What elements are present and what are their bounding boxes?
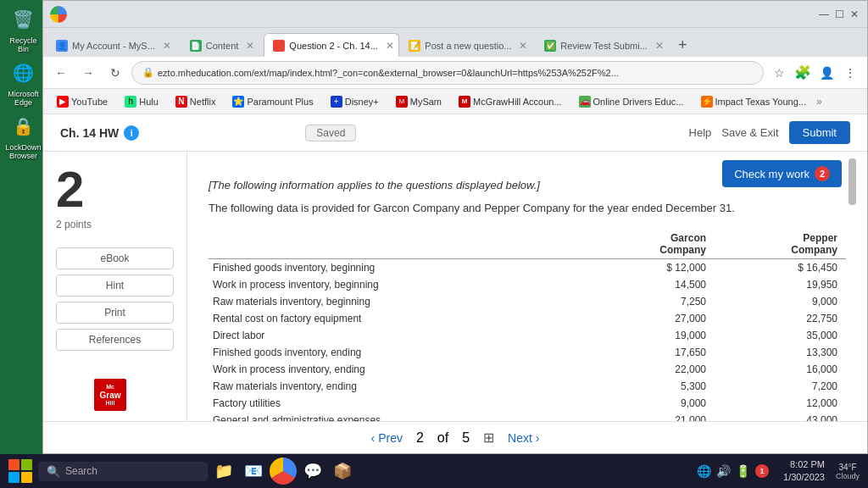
bookmark-mcgrawhill[interactable]: M McGrawHill Accoun... [452,93,569,110]
table-row: Raw materials inventory, beginning7,2509… [209,293,846,310]
table-cell-label: Finished goods inventory, beginning [209,258,583,276]
bookmark-disney-label: Disney+ [345,97,379,107]
question-sidebar: 2 2 points eBook Hint Print References M… [43,152,187,421]
tab-label-5: Review Test Submi... [560,41,648,51]
network-icon[interactable]: 🌐 [697,464,711,478]
minimize-button[interactable]: — [818,8,830,20]
question-content-area: Check my work 2 [The following informati… [187,152,867,421]
table-header-label [209,230,583,259]
windows-logo [8,459,32,483]
question-number: 2 [56,164,174,215]
bookmark-star-icon[interactable]: ☆ [769,63,789,83]
bookmark-netflix[interactable]: N Netflix [169,93,223,110]
tab-close-2[interactable]: ✕ [246,40,254,52]
prev-button[interactable]: ‹ Prev [371,431,403,445]
table-cell-pepper: 22,750 [715,310,846,327]
check-work-badge: 2 [815,166,830,181]
clock-date: 1/30/2023 [783,471,825,484]
taskbar-mail-icon[interactable]: 📧 [240,458,267,485]
taskbar-dropbox-icon[interactable]: 📦 [329,458,356,485]
taskbar-teams-icon[interactable]: 💬 [299,458,326,485]
microsoft-edge-icon[interactable]: 🌐 Microsoft Edge [4,58,42,107]
tab-favicon-3: ❓ [273,40,285,52]
table-cell-label: Work in process inventory, ending [209,361,583,378]
search-icon: 🔍 [47,465,60,478]
bookmark-drivers-ed[interactable]: 🚗 Online Drivers Educ... [572,93,691,110]
mysam-favicon: M [396,96,408,108]
bookmark-mysam[interactable]: M MySam [389,93,448,110]
print-button[interactable]: Print [56,302,174,324]
battery-icon[interactable]: 🔋 [736,464,750,478]
new-tab-button[interactable]: + [670,33,694,57]
save-exit-button[interactable]: Save & Exit [721,126,778,139]
menu-icon[interactable]: ⋮ [840,63,860,83]
table-cell-garcon: $ 12,000 [583,258,715,276]
taskbar-explorer-icon[interactable]: 📁 [210,458,237,485]
tab-close-4[interactable]: ✕ [519,40,527,52]
tab-close-1[interactable]: ✕ [163,40,171,52]
tab-close-3[interactable]: ✕ [386,40,394,52]
refresh-button[interactable]: ↻ [104,62,126,84]
check-work-label: Check my work [734,168,810,180]
maximize-button[interactable]: ☐ [833,8,845,20]
data-table: GarconCompany PepperCompany Finished goo… [209,230,846,422]
tabs-bar: 👤 My Account - MyS... ✕ 📄 Content ✕ ❓ Qu… [43,28,867,57]
bookmark-hulu[interactable]: h Hulu [118,93,165,110]
tab-label-2: Content [206,41,239,51]
scrollbar-track[interactable] [847,152,857,387]
hulu-favicon: h [125,96,136,108]
table-cell-label: Work in process inventory, beginning [209,276,583,293]
recycle-bin-icon[interactable]: 🗑️ Recycle Bin [4,4,42,53]
tab-close-5[interactable]: ✕ [655,40,664,52]
hint-button[interactable]: Hint [56,274,174,297]
table-cell-garcon: 21,000 [583,412,715,422]
table-cell-garcon: 14,500 [583,276,715,293]
close-button[interactable]: ✕ [849,8,860,20]
win-pane-green [21,459,32,470]
weather-widget[interactable]: 34°F Cloudy [832,463,863,480]
info-icon[interactable]: i [124,125,139,141]
help-link[interactable]: Help [689,126,712,139]
bookmark-disney[interactable]: + Disney+ [324,93,386,110]
tab-my-account[interactable]: 👤 My Account - MyS... ✕ [47,33,181,57]
volume-icon[interactable]: 🔊 [716,464,731,478]
taskbar-clock[interactable]: 8:02 PM 1/30/2023 [778,458,830,485]
check-work-button[interactable]: Check my work 2 [722,160,842,187]
table-row: Work in process inventory, beginning14,5… [209,276,846,293]
tab-content[interactable]: 📄 Content ✕ [181,33,264,57]
lock-icon[interactable]: 🔒 LockDown Browser [4,111,42,160]
table-row: Factory utilities9,00012,000 [209,395,846,412]
question-text: The following data is provided for Garco… [209,200,846,217]
tab-post-question[interactable]: 📝 Post a new questio... ✕ [399,33,535,57]
search-label: Search [65,465,97,477]
next-button[interactable]: Next › [508,431,539,445]
bookmark-impact-texas-label: Impact Texas Young... [715,97,806,107]
tab-question[interactable]: ❓ Question 2 - Ch. 14... ✕ [264,33,399,57]
submit-button[interactable]: Submit [789,121,850,144]
start-button[interactable] [5,456,36,486]
references-button[interactable]: References [56,329,174,351]
table-cell-label: General and administrative expenses [209,412,583,422]
tab-review[interactable]: ✅ Review Test Submi... ✕ [535,33,670,57]
table-cell-garcon: 17,650 [583,344,715,361]
bookmark-hulu-label: Hulu [139,97,159,107]
page-current: 2 [416,430,424,446]
more-bookmarks-icon[interactable]: » [816,96,822,108]
mcgrawhill-favicon: M [459,96,470,108]
bookmark-mysam-label: MySam [410,97,442,107]
ebook-button[interactable]: eBook [56,247,174,269]
grid-view-icon[interactable]: ⊞ [483,430,494,446]
app-title-text: Ch. 14 HW [60,126,119,140]
back-button[interactable]: ← [50,62,72,84]
notification-badge[interactable]: 1 [755,464,769,478]
bookmark-paramount[interactable]: ⭐ Paramount Plus [225,93,320,110]
bookmark-impact-texas[interactable]: ⚡ Impact Texas Young... [694,93,813,110]
browser-extension-icon[interactable]: 🧩 [793,63,813,83]
bookmark-youtube[interactable]: ▶ YouTube [50,93,114,110]
main-content: 2 2 points eBook Hint Print References M… [43,152,867,421]
taskbar-chrome-icon[interactable] [270,458,297,485]
search-bar[interactable]: 🔍 Search [38,462,208,481]
url-input[interactable]: 🔒 ezto.mheducation.com/ext/map/index.htm… [131,61,764,85]
forward-button[interactable]: → [77,62,99,84]
profile-icon[interactable]: 👤 [816,63,837,83]
